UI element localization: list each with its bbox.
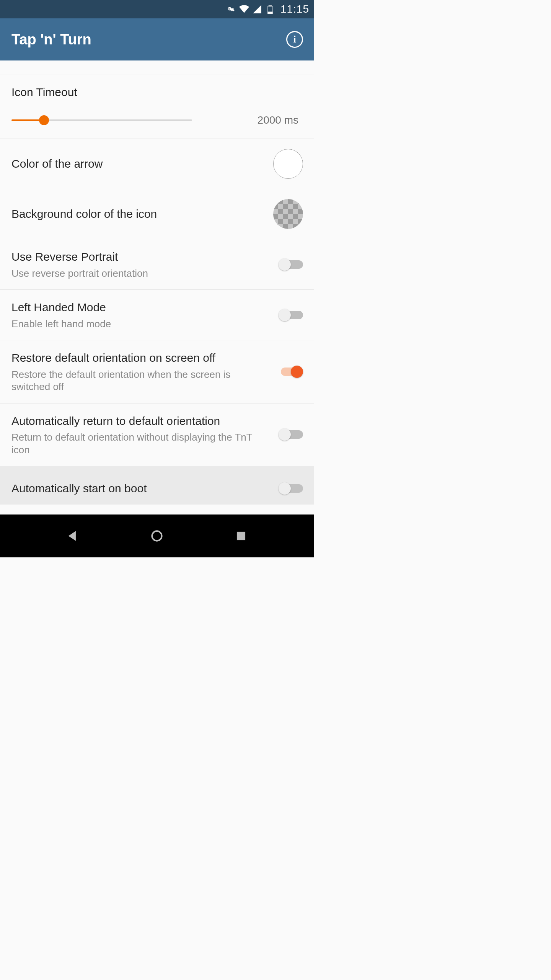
- back-icon: [65, 529, 80, 543]
- device-frame: 11:15 Tap 'n' Turn i Icon Timeout: [0, 0, 314, 557]
- recent-icon: [234, 529, 248, 543]
- setting-icon-timeout[interactable]: Icon Timeout 2000 ms: [0, 75, 314, 139]
- setting-arrow-color[interactable]: Color of the arrow: [0, 139, 314, 189]
- svg-rect-2: [267, 12, 272, 14]
- setting-title: Automatically return to default orientat…: [11, 413, 271, 429]
- status-bar: 11:15: [0, 0, 314, 18]
- setting-subtitle: Use reverse portrait orientation: [11, 267, 271, 280]
- navigation-bar: [0, 514, 314, 557]
- setting-bg-color[interactable]: Background color of the icon: [0, 189, 314, 239]
- battery-icon: [265, 4, 275, 14]
- setting-title: Automatically start on boot: [11, 481, 271, 497]
- svg-point-3: [152, 531, 161, 541]
- setting-subtitle: Return to default orientation without di…: [11, 431, 271, 456]
- settings-list[interactable]: Icon Timeout 2000 ms Color of the arrow: [0, 60, 314, 514]
- restore-default-switch[interactable]: [279, 364, 303, 379]
- nav-recent-button[interactable]: [233, 528, 249, 544]
- screen: 11:15 Tap 'n' Turn i Icon Timeout: [0, 0, 314, 514]
- slider-thumb[interactable]: [39, 115, 49, 125]
- setting-title: Use Reverse Portrait: [11, 249, 271, 265]
- app-bar: Tap 'n' Turn i: [0, 18, 314, 60]
- setting-auto-return[interactable]: Automatically return to default orientat…: [0, 403, 314, 467]
- wifi-icon: [239, 4, 249, 14]
- setting-title: Left Handed Mode: [11, 300, 271, 315]
- icon-timeout-value: 2000 ms: [258, 114, 302, 126]
- info-icon: i: [293, 34, 296, 45]
- auto-return-switch[interactable]: [279, 427, 303, 442]
- setting-left-handed[interactable]: Left Handed Mode Enable left hand mode: [0, 290, 314, 340]
- app-title: Tap 'n' Turn: [11, 31, 91, 48]
- svg-rect-4: [237, 532, 245, 540]
- setting-title: Background color of the icon: [11, 206, 266, 222]
- setting-subtitle: Restore the default orientation when the…: [11, 368, 271, 393]
- setting-start-on-boot[interactable]: Automatically start on boot: [0, 466, 314, 505]
- setting-restore-default[interactable]: Restore default orientation on screen of…: [0, 340, 314, 403]
- nav-back-button[interactable]: [65, 528, 80, 544]
- icon-timeout-slider[interactable]: [11, 115, 192, 125]
- prev-row-peek: [0, 60, 314, 75]
- start-on-boot-switch[interactable]: [279, 481, 303, 496]
- left-handed-switch[interactable]: [279, 307, 303, 323]
- setting-title: Color of the arrow: [11, 156, 266, 172]
- arrow-color-swatch[interactable]: [273, 149, 303, 179]
- home-icon: [150, 529, 164, 543]
- setting-reverse-portrait[interactable]: Use Reverse Portrait Use reverse portrai…: [0, 239, 314, 290]
- bg-color-swatch[interactable]: [273, 199, 303, 229]
- status-icons: [226, 4, 275, 14]
- setting-title: Icon Timeout: [11, 86, 302, 99]
- status-time: 11:15: [280, 3, 309, 15]
- setting-title: Restore default orientation on screen of…: [11, 350, 271, 366]
- cell-signal-icon: [252, 4, 262, 14]
- nav-home-button[interactable]: [149, 528, 165, 544]
- setting-subtitle: Enable left hand mode: [11, 318, 271, 330]
- reverse-portrait-switch[interactable]: [279, 257, 303, 272]
- vpn-key-icon: [226, 4, 236, 14]
- info-button[interactable]: i: [286, 31, 303, 48]
